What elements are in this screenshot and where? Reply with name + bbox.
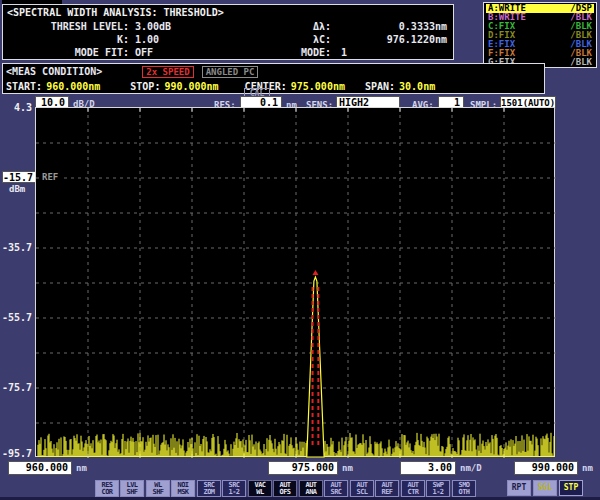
thresh-level-value: 3.00dB — [135, 20, 247, 33]
thresh-level-row: THRESH LEVEL: 3.00dB Δλ: 0.3333nm — [7, 20, 449, 33]
trace-panel: A:WRITE /DSP B:WRITE /BLK C:FIX /BLK D:F… — [483, 2, 597, 68]
fkey-src-zom[interactable]: SRCZOM — [197, 480, 221, 497]
xaxis-scale-field[interactable]: 3.00 — [400, 461, 456, 475]
spectrum-plot — [36, 108, 556, 458]
fkey-aut-src[interactable]: AUTSRC — [324, 480, 348, 497]
span-label: SPAN: — [365, 81, 395, 92]
xaxis-start-field[interactable]: 960.000 — [8, 461, 72, 475]
meas-condition-panel: <MEAS CONDITION> 2x SPEED ANGLED PC STAR… — [2, 63, 545, 94]
k-factor-row: K: 1.00 λC: 976.1220nm — [7, 33, 449, 46]
mode-fit-row: MODE FIT: OFF MODE: 1 — [7, 46, 449, 59]
stop-value: 990.000nm — [164, 81, 218, 92]
fkey-res-cor[interactable]: RESCOR — [95, 480, 119, 497]
yaxis-label-bottom: -95.7 — [1, 448, 32, 459]
span-field[interactable]: SPAN:30.0nm — [365, 81, 435, 92]
analysis-title: <SPECTRAL WIDTH ANALYSIS: THRESHOLD> — [7, 6, 449, 20]
fkey-aut-scl[interactable]: AUTSCL — [350, 480, 374, 497]
yaxis-label-2: -55.7 — [1, 312, 32, 323]
start-field[interactable]: START:960.000nm — [6, 81, 100, 92]
yaxis-unit: dBm — [9, 184, 25, 194]
fkey-aut-ofs[interactable]: AUTOFS — [273, 480, 297, 497]
angled-pc-badge: ANGLED PC — [202, 66, 259, 78]
xaxis-stop-field[interactable]: 990.000 — [514, 461, 578, 475]
fkey-aut-ref[interactable]: AUTREF — [375, 480, 399, 497]
fkey-src-1-2[interactable]: SRC1-2 — [222, 480, 246, 497]
meas-condition-title: <MEAS CONDITION> — [6, 66, 102, 77]
fkey-noi-msk[interactable]: NOIMSK — [171, 480, 195, 497]
lambda-c-label: λC: — [247, 33, 337, 46]
single-sweep-button[interactable]: SGL — [533, 480, 557, 496]
thresh-level-label: THRESH LEVEL: — [7, 20, 135, 33]
repeat-sweep-button[interactable]: RPT — [507, 480, 531, 496]
start-value: 960.000nm — [46, 81, 100, 92]
ref-level-field[interactable]: -15.7 — [2, 171, 36, 183]
xaxis-start-unit: nm — [76, 463, 87, 473]
stop-sweep-button[interactable]: STP — [559, 480, 583, 496]
mode-fit-value: OFF — [135, 46, 247, 59]
lambda-c-value: 976.1220nm — [337, 33, 449, 46]
k-label: K: — [7, 33, 135, 46]
osa-screen: <SPECTRAL WIDTH ANALYSIS: THRESHOLD> THR… — [0, 0, 600, 500]
fkey-vac-wl[interactable]: VACWL — [248, 480, 272, 497]
speed-badge: 2x SPEED — [142, 66, 193, 78]
fkey-smo-oth[interactable]: SMOOTH — [452, 480, 476, 497]
center-value: 975.000nm — [291, 81, 345, 92]
xaxis-center-field[interactable]: 975.000 — [268, 461, 338, 475]
mode-fit-label: MODE FIT: — [7, 46, 135, 59]
xaxis-scale-unit: nm/D — [460, 463, 482, 473]
stop-field[interactable]: STOP:990.000nm — [130, 81, 218, 92]
fkey-aut-ctr[interactable]: AUTCTR — [401, 480, 425, 497]
fkey-swp-1-2[interactable]: SWP1-2 — [426, 480, 450, 497]
yaxis-label-3: -75.7 — [1, 382, 32, 393]
trace-g-status: /BLK — [570, 58, 592, 67]
fkey-wl-shf[interactable]: WLSHF — [146, 480, 170, 497]
mode-value: 1 — [337, 46, 449, 59]
yaxis-label-top: 4.3 — [1, 102, 32, 113]
fkey-lvl-shf[interactable]: LVLSHF — [120, 480, 144, 497]
analysis-panel: <SPECTRAL WIDTH ANALYSIS: THRESHOLD> THR… — [2, 4, 454, 60]
span-value: 30.0nm — [399, 81, 435, 92]
start-label: START: — [6, 81, 42, 92]
xaxis-stop-unit: nm — [582, 463, 593, 473]
k-value: 1.00 — [135, 33, 247, 46]
delta-lambda-label: Δλ: — [247, 20, 337, 33]
spectrum-display — [35, 107, 555, 457]
stop-label: STOP: — [130, 81, 160, 92]
delta-lambda-value: 0.3333nm — [337, 20, 449, 33]
mode-label: MODE: — [247, 46, 337, 59]
xaxis-center-unit: nm — [342, 463, 353, 473]
yaxis-label-1: -35.7 — [1, 242, 32, 253]
ref-marker-text: REF — [42, 172, 60, 182]
fkey-aut-ana[interactable]: AUTANA — [299, 480, 323, 497]
